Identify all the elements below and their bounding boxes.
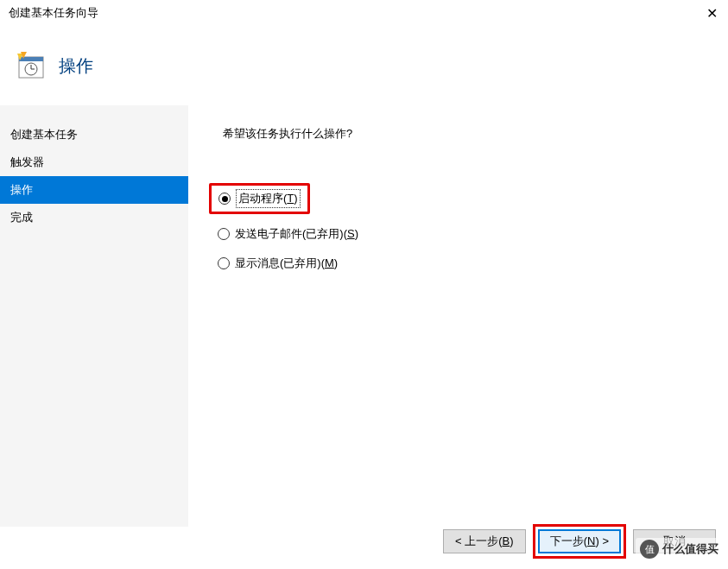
wizard-content: 希望该任务执行什么操作? 启动程序(T)发送电子邮件(已弃用)(S)显示消息(已… bbox=[188, 105, 728, 527]
wizard-header: 操作 bbox=[0, 26, 728, 105]
main-area: 创建基本任务触发器操作完成 希望该任务执行什么操作? 启动程序(T)发送电子邮件… bbox=[0, 105, 728, 527]
sidebar-item[interactable]: 触发器 bbox=[0, 149, 188, 176]
radio-icon bbox=[218, 228, 230, 240]
task-scheduler-icon bbox=[16, 50, 47, 81]
watermark-text: 什么值得买 bbox=[662, 541, 719, 557]
back-button[interactable]: < 上一步(B) bbox=[443, 529, 526, 553]
action-option[interactable]: 显示消息(已弃用)(M) bbox=[214, 254, 341, 273]
sidebar-item[interactable]: 完成 bbox=[0, 204, 188, 231]
next-button-highlight: 下一步(N) > bbox=[533, 524, 626, 559]
sidebar-item[interactable]: 创建基本任务 bbox=[0, 121, 188, 149]
action-option[interactable]: 启动程序(T) bbox=[209, 183, 310, 214]
action-radio-group: 启动程序(T)发送电子邮件(已弃用)(S)显示消息(已弃用)(M) bbox=[214, 183, 702, 273]
wizard-sidebar: 创建基本任务触发器操作完成 bbox=[0, 105, 188, 527]
radio-icon bbox=[218, 257, 230, 269]
radio-label: 发送电子邮件(已弃用)(S) bbox=[235, 226, 358, 242]
watermark: 值 什么值得买 bbox=[636, 538, 723, 560]
radio-label: 显示消息(已弃用)(M) bbox=[235, 256, 338, 271]
radio-label: 启动程序(T) bbox=[236, 189, 301, 208]
action-prompt: 希望该任务执行什么操作? bbox=[214, 126, 702, 142]
next-button[interactable]: 下一步(N) > bbox=[538, 529, 621, 553]
watermark-badge-icon: 值 bbox=[640, 540, 659, 559]
title-bar: 创建基本任务向导 ✕ bbox=[0, 0, 728, 26]
page-title: 操作 bbox=[59, 54, 93, 78]
close-icon[interactable]: ✕ bbox=[706, 5, 718, 22]
svg-rect-1 bbox=[19, 57, 43, 61]
sidebar-item[interactable]: 操作 bbox=[0, 176, 188, 204]
radio-icon bbox=[218, 193, 231, 205]
window-title: 创建基本任务向导 bbox=[9, 5, 98, 21]
action-option[interactable]: 发送电子邮件(已弃用)(S) bbox=[214, 224, 362, 243]
